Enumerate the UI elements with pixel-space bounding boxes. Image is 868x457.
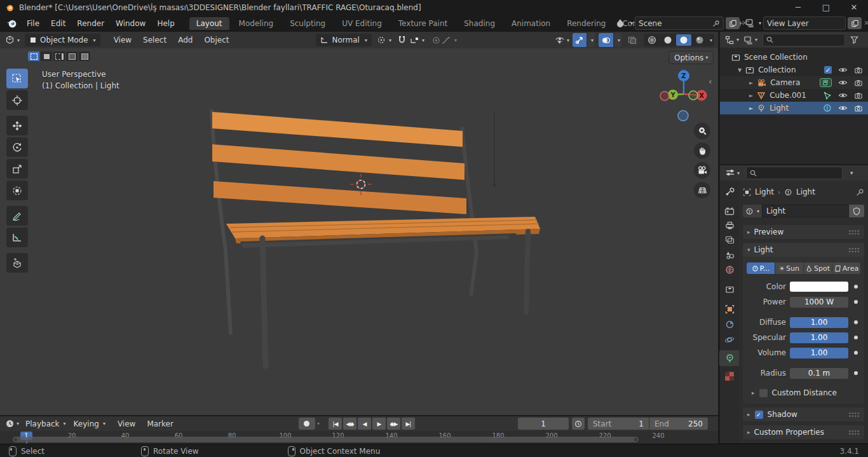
select-mode-set-button[interactable] (28, 51, 39, 61)
light-id-dropdown[interactable]: ▾ (743, 205, 762, 217)
menu-render[interactable]: Render (71, 19, 110, 28)
new-view-layer-button[interactable] (848, 17, 862, 29)
collection-checkbox[interactable]: ✓ (824, 66, 832, 74)
workspace-tab-modeling[interactable]: Modeling (232, 17, 281, 30)
power-field[interactable]: 1000 W (790, 297, 848, 308)
drag-handle-icon[interactable] (848, 412, 860, 418)
pan-hand-button[interactable] (694, 142, 710, 159)
view-layer-name-field[interactable]: View Layer (763, 17, 846, 30)
zoom-button[interactable] (694, 123, 710, 139)
editor-type-outliner-icon[interactable] (725, 36, 735, 44)
animate-dot-icon[interactable] (854, 300, 858, 304)
workspace-tab-shading[interactable]: Shading (457, 17, 502, 30)
tool-cursor[interactable] (6, 90, 28, 110)
hide-eye-icon[interactable] (838, 66, 848, 74)
shadow-checkbox[interactable]: ✓ (755, 411, 763, 419)
workspace-tab-uv-editing[interactable]: UV Editing (335, 17, 389, 30)
select-mode-subtract-button[interactable] (53, 51, 65, 61)
viewport-3d[interactable]: User Perspective (1) Collection | Light … (0, 48, 718, 415)
outliner-row-cube[interactable]: ► Cube.001 (720, 89, 868, 102)
shading-wireframe-button[interactable] (644, 34, 660, 46)
light-name-input[interactable]: Light (762, 205, 849, 217)
tab-scene-icon[interactable] (725, 250, 735, 259)
tool-add-cube[interactable] (6, 253, 28, 273)
panel-shadow[interactable]: ▸ ✓ Shadow (743, 407, 864, 421)
overlays-dropdown[interactable]: ▾ (614, 33, 621, 47)
panel-light-header[interactable]: ▾ Light (743, 243, 864, 257)
timeline-marker-menu[interactable]: Marker (141, 419, 179, 428)
menu-add[interactable]: Add (172, 36, 198, 44)
show-gizmo-toggle[interactable] (573, 33, 587, 47)
jump-to-start-button[interactable]: |◀ (329, 418, 342, 430)
breadcrumb-object-label[interactable]: Light (755, 188, 774, 196)
timeline-ruler[interactable]: 20 40 60 80 100 120 140 160 180 200 220 … (0, 431, 718, 444)
outliner-display-mode-icon[interactable] (743, 36, 753, 44)
pivot-point-dropdown[interactable]: ▾ (377, 36, 391, 44)
tab-view-layer-icon[interactable] (725, 236, 735, 245)
radius-field[interactable]: 0.1 m (790, 368, 848, 379)
auto-keying-record-button[interactable] (299, 418, 315, 430)
scrollbar-handle-left[interactable] (14, 438, 17, 441)
animate-dot-icon[interactable] (854, 285, 858, 289)
tool-rotate[interactable] (6, 137, 28, 157)
tool-annotate[interactable] (6, 206, 28, 226)
workspace-tab-sculpting[interactable]: Sculpting (283, 17, 332, 30)
keying-menu[interactable]: Keying▾ (74, 419, 105, 428)
light-data-icon[interactable] (823, 104, 832, 113)
drag-handle-icon[interactable] (848, 247, 860, 253)
show-overlays-toggle[interactable] (599, 33, 613, 47)
animate-dot-icon[interactable] (854, 320, 858, 324)
scene-data-icon[interactable] (615, 18, 627, 29)
tool-select-box[interactable] (6, 69, 28, 88)
xray-toggle[interactable] (625, 35, 639, 46)
volume-slider[interactable]: 1.00 (790, 348, 848, 358)
proportional-editing-icon[interactable] (432, 36, 440, 44)
workspace-tab-layout[interactable]: Layout (189, 17, 229, 30)
jump-to-end-button[interactable]: ▶| (402, 418, 415, 430)
tool-measure[interactable] (6, 228, 28, 247)
next-keyframe-button[interactable]: ◆▶ (387, 418, 400, 430)
disable-render-camera-icon[interactable] (854, 104, 863, 112)
properties-search-field[interactable] (746, 167, 843, 179)
new-scene-button[interactable] (726, 17, 740, 29)
orthographic-toggle-button[interactable] (694, 182, 710, 198)
view-layer-data-icon[interactable] (745, 18, 755, 28)
mode-dropdown[interactable]: Object Mode ▾ (25, 34, 100, 46)
play-reverse-button[interactable]: ◀ (358, 418, 371, 430)
previous-keyframe-button[interactable]: ◀◆ (343, 418, 356, 430)
tab-physics-icon[interactable] (724, 335, 735, 344)
camera-view-button[interactable] (694, 162, 710, 179)
snap-target-icon[interactable] (410, 36, 419, 44)
light-type-point-button[interactable]: P... (747, 263, 775, 274)
select-mode-invert-button[interactable] (66, 51, 78, 61)
light-type-area-button[interactable]: Area (832, 263, 860, 274)
workspace-tab-animation[interactable]: Animation (505, 17, 557, 30)
fake-user-shield-button[interactable] (849, 205, 864, 217)
tool-move[interactable] (6, 116, 28, 135)
animate-dot-icon[interactable] (854, 371, 858, 375)
timeline-scrollbar[interactable] (13, 437, 639, 442)
drag-handle-icon[interactable] (848, 430, 860, 435)
playback-menu[interactable]: Playback▾ (25, 419, 66, 428)
scrollbar-handle-right[interactable] (634, 438, 637, 441)
tool-transform[interactable] (6, 181, 28, 200)
editor-type-properties-icon[interactable] (725, 168, 735, 177)
tab-tool-icon[interactable] (725, 187, 735, 196)
breadcrumb-data-label[interactable]: Light (796, 188, 815, 196)
keying-set-dropdown[interactable]: ▾ (317, 421, 320, 426)
blender-app-icon[interactable] (6, 18, 17, 29)
end-frame-field[interactable]: End250 (649, 418, 708, 430)
panel-preview[interactable]: ▸ Preview (743, 225, 864, 239)
menu-window[interactable]: Window (110, 19, 151, 28)
snap-magnet-icon[interactable] (398, 36, 406, 44)
color-swatch[interactable] (790, 282, 848, 292)
close-button[interactable]: ✕ (840, 1, 868, 15)
gizmo-dropdown[interactable]: ▾ (588, 33, 595, 47)
disable-render-camera-icon[interactable] (854, 92, 863, 99)
show-object-types-dropdown[interactable]: ▾ (553, 34, 571, 46)
shading-solid-button[interactable] (660, 34, 675, 46)
hide-eye-icon[interactable] (838, 92, 848, 99)
outliner-row-light-selected[interactable]: ► Light (720, 102, 868, 114)
tab-collection-icon[interactable] (725, 285, 735, 294)
outliner-row-camera[interactable]: ► Camera (720, 76, 868, 89)
